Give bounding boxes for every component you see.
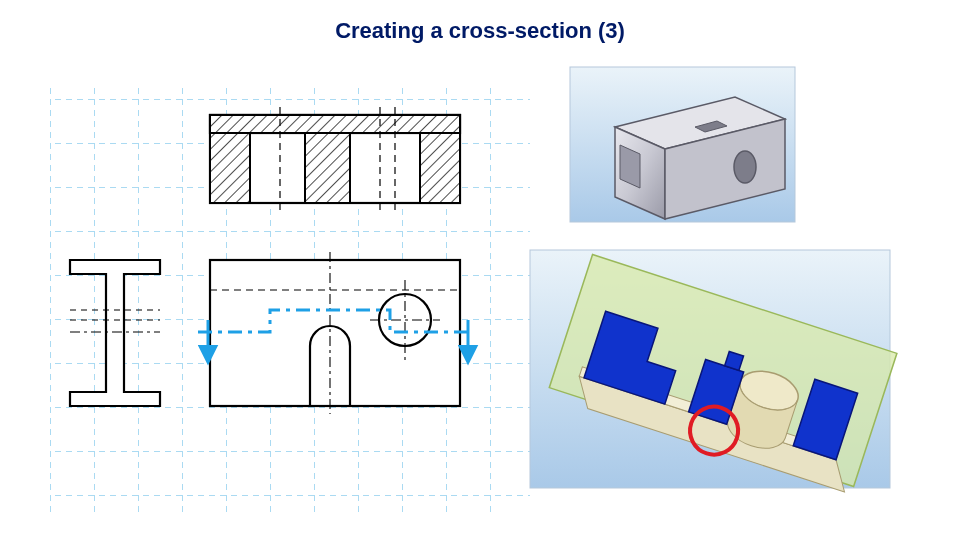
svg-point-24 (734, 151, 756, 183)
top-section-view (210, 107, 460, 211)
svg-rect-5 (210, 133, 250, 203)
page-title: Creating a cross-section (3) (0, 18, 960, 44)
svg-rect-7 (305, 133, 350, 203)
iso-render-panel (570, 67, 795, 222)
front-view (198, 252, 472, 414)
svg-rect-8 (420, 133, 460, 203)
section-render-panel (530, 250, 897, 500)
svg-rect-6 (210, 115, 460, 133)
svg-rect-15 (210, 260, 460, 406)
diagram-canvas (50, 55, 910, 525)
